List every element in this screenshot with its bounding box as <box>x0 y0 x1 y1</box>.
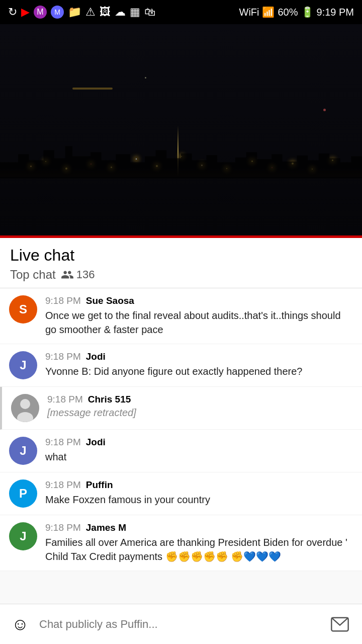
chat-input-area: ☺ <box>0 604 362 644</box>
chat-message: S9:18 PMSue SaosaOnce we get to the fina… <box>0 288 362 344</box>
chat-message: J9:18 PMJodiwhat <box>0 430 362 472</box>
video-player[interactable] <box>0 24 362 235</box>
bag-icon: 🛍 <box>144 6 155 19</box>
wifi-icon: WiFi <box>239 7 259 18</box>
mastodon-icon: M <box>51 6 64 19</box>
message-meta: 9:18 PMJodi <box>45 437 353 448</box>
message-content: 9:18 PMPuffinMake Foxzen famous in your … <box>45 479 353 507</box>
message-content: 9:18 PMJodiwhat <box>45 437 353 464</box>
status-bar: ↻ ▶ M M 📁 ⚠ 🖼 ☁ ▦ 🛍 WiFi 📶 60% 🔋 9:19 PM <box>0 0 362 24</box>
battery-icon: 🔋 <box>301 6 314 18</box>
viewers-icon <box>61 268 74 281</box>
chat-message: 9:18 PMChris 515[message retracted] <box>0 387 362 430</box>
chat-message: J9:18 PMJames MFamilies all over America… <box>0 515 362 571</box>
message-meta: 9:18 PMJames M <box>45 522 353 533</box>
message-author: Jodi <box>86 351 106 362</box>
avatar: S <box>9 295 37 324</box>
avatar: J <box>9 437 37 465</box>
message-text: Families all over America are thanking P… <box>45 535 353 564</box>
message-content: 9:18 PMJames MFamilies all over America … <box>45 522 353 564</box>
message-time: 9:18 PM <box>45 295 81 306</box>
video-content <box>0 24 362 235</box>
emoji-button[interactable]: ☺ <box>8 612 32 636</box>
message-time: 9:18 PM <box>47 394 83 405</box>
message-meta: 9:18 PMPuffin <box>45 479 353 491</box>
send-message-button[interactable] <box>326 610 354 638</box>
message-meta: 9:18 PMJodi <box>45 351 353 362</box>
message-author: James M <box>86 522 126 533</box>
clock: 9:19 PM <box>317 7 354 18</box>
alert-icon: ⚠ <box>85 6 96 19</box>
close-chat-button[interactable] <box>348 254 352 258</box>
status-bar-left: ↻ ▶ M M 📁 ⚠ 🖼 ☁ ▦ 🛍 <box>8 6 155 19</box>
message-content: 9:18 PMJodiYvonne B: Did anyone figure o… <box>45 351 353 378</box>
send-icon <box>330 614 350 634</box>
signal-icon: 📶 <box>262 6 275 18</box>
top-chat-label[interactable]: Top chat <box>10 268 56 282</box>
message-author: Jodi <box>86 437 106 448</box>
message-text: Make Foxzen famous in your country <box>45 493 353 507</box>
message-author: Sue Saosa <box>86 295 134 306</box>
message-text: Yvonne B: Did anyone figure out exactly … <box>45 364 353 378</box>
message-time: 9:18 PM <box>45 522 81 533</box>
chat-header-actions <box>332 254 352 258</box>
message-author: Puffin <box>86 479 113 491</box>
chat-message: P9:18 PMPuffinMake Foxzen famous in your… <box>0 472 362 515</box>
message-text: Once we get to the final reveal about au… <box>45 308 353 337</box>
svg-point-12 <box>20 399 30 409</box>
image-icon: 🖼 <box>100 6 111 19</box>
message-meta: 9:18 PMSue Saosa <box>45 295 353 306</box>
message-author: Chris 515 <box>88 394 131 405</box>
viewer-count-area: 136 <box>61 268 95 281</box>
avatar: J <box>9 522 37 550</box>
youtube-icon: ▶ <box>21 6 30 19</box>
message-time: 9:18 PM <box>45 351 81 362</box>
avatar: J <box>9 351 37 379</box>
message-content: 9:18 PMSue SaosaOnce we get to the final… <box>45 295 353 337</box>
message-text: what <box>45 450 353 464</box>
status-bar-right: WiFi 📶 60% 🔋 9:19 PM <box>239 6 354 18</box>
chat-input[interactable] <box>39 618 319 631</box>
avatar <box>11 394 39 422</box>
message-time: 9:18 PM <box>45 437 81 448</box>
viewer-count: 136 <box>76 268 95 281</box>
chat-title: Live chat <box>10 246 74 265</box>
message-meta: 9:18 PMChris 515 <box>47 394 353 405</box>
cloud-icon: ☁ <box>115 6 126 19</box>
chat-header: Live chat <box>0 238 362 288</box>
message-text: [message retracted] <box>47 407 353 419</box>
message-time: 9:18 PM <box>45 479 81 491</box>
chat-messages-list: S9:18 PMSue SaosaOnce we get to the fina… <box>0 288 362 616</box>
battery-level: 60% <box>278 7 298 18</box>
folder-icon: 📁 <box>68 6 81 19</box>
grid-icon: ▦ <box>130 6 140 19</box>
adjust-settings-button[interactable] <box>332 254 336 258</box>
chat-message: J9:18 PMJodiYvonne B: Did anyone figure … <box>0 344 362 387</box>
sync-icon: ↻ <box>8 6 17 19</box>
message-content: 9:18 PMChris 515[message retracted] <box>47 394 353 419</box>
m-icon: M <box>34 6 47 19</box>
avatar: P <box>9 479 37 508</box>
